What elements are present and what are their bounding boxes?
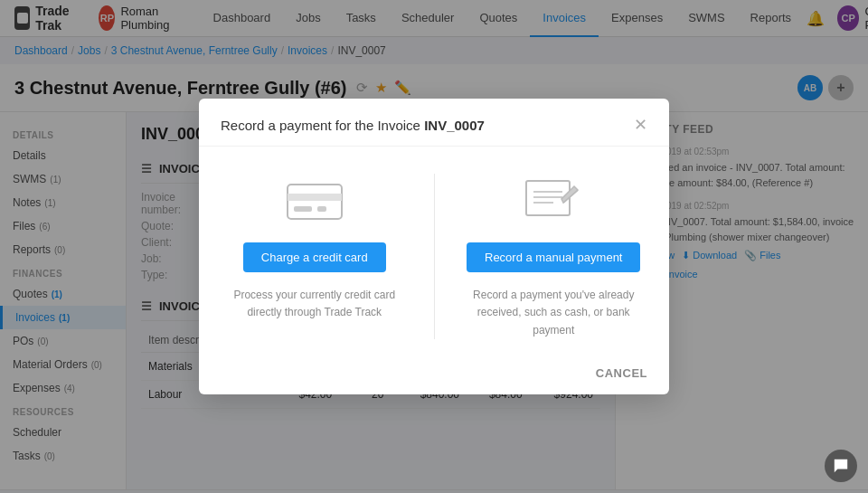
manual-payment-option: Record a manual payment Record a payment…	[460, 174, 648, 339]
credit-card-icon	[278, 174, 351, 228]
modal-footer: CANCEL	[199, 357, 669, 394]
credit-card-description: Process your currently credit card direc…	[221, 287, 409, 321]
svg-rect-3	[294, 206, 312, 212]
manual-payment-description: Record a payment you've already received…	[460, 287, 648, 339]
cancel-button[interactable]: CANCEL	[596, 366, 647, 380]
svg-rect-2	[288, 194, 342, 201]
svg-rect-1	[288, 185, 342, 219]
modal-body: Charge a credit card Process your curren…	[199, 147, 669, 357]
payment-modal: Record a payment for the Invoice INV_000…	[199, 99, 669, 394]
record-manual-payment-button[interactable]: Record a manual payment	[467, 242, 640, 272]
modal-title: Record a payment for the Invoice INV_000…	[221, 118, 485, 133]
charge-credit-card-button[interactable]: Charge a credit card	[243, 242, 386, 272]
modal-close-button[interactable]: ✕	[634, 117, 647, 133]
manual-payment-icon	[517, 174, 590, 228]
modal-divider	[434, 174, 435, 339]
modal-header: Record a payment for the Invoice INV_000…	[199, 99, 669, 147]
modal-overlay[interactable]: Record a payment for the Invoice INV_000…	[0, 0, 868, 493]
credit-card-option: Charge a credit card Process your curren…	[221, 174, 409, 339]
chat-bubble[interactable]	[825, 450, 857, 482]
svg-rect-4	[317, 206, 326, 212]
